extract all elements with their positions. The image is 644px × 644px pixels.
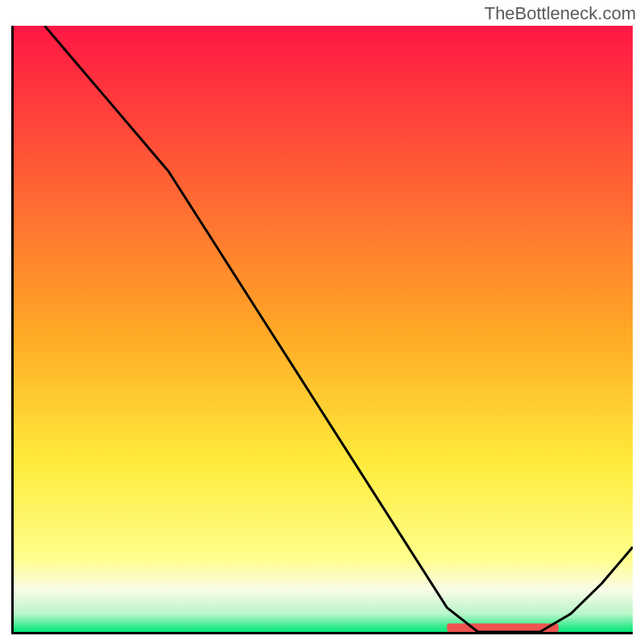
chart-background (14, 26, 633, 632)
chart-svg (14, 26, 633, 632)
watermark-text: TheBottleneck.com (485, 3, 636, 24)
chart-container: TheBottleneck.com (0, 0, 644, 644)
chart-area (11, 26, 633, 634)
